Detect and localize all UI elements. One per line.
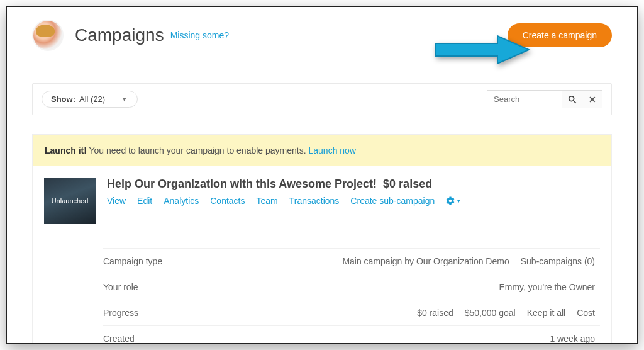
campaign-details: Campaign type Main campaign by Our Organ… (103, 248, 600, 344)
page-header: Campaigns Missing some? Create a campaig… (7, 7, 637, 64)
details-value: Sub-campaigns (0) (521, 256, 595, 266)
action-transactions[interactable]: Transactions (289, 196, 340, 206)
details-value: Emmy, you're the Owner (499, 282, 595, 292)
details-label: Your role (103, 282, 229, 292)
banner-lead: Launch it! (45, 145, 87, 155)
search-icon (568, 95, 577, 104)
details-label: Created (103, 334, 229, 344)
search-button[interactable] (562, 90, 582, 108)
chevron-down-icon: ▼ (456, 198, 461, 204)
chevron-down-icon: ▼ (121, 96, 127, 103)
show-label: Show: (51, 94, 75, 104)
details-row-created: Created 1 week ago (103, 325, 600, 344)
svg-point-1 (569, 96, 574, 101)
thumbnail-label: Unlaunched (52, 197, 89, 205)
campaign-title-text: Help Our Organization with this Awesome … (107, 178, 377, 190)
details-value: Cost (577, 308, 595, 318)
details-value: 1 week ago (550, 334, 595, 344)
launch-banner: Launch it! You need to launch your campa… (33, 135, 611, 166)
details-value: Keep it all (527, 308, 565, 318)
filter-bar: Show: All (22) ▼ ✕ (32, 83, 612, 115)
close-icon: ✕ (589, 94, 596, 104)
campaign-title: Help Our Organization with this Awesome … (107, 178, 600, 191)
search-input[interactable] (487, 90, 562, 108)
campaign-summary: Unlaunched Help Our Organization with th… (33, 166, 611, 233)
clear-search-button[interactable]: ✕ (582, 90, 602, 108)
campaign-settings-dropdown[interactable]: ▼ (446, 196, 461, 205)
launch-now-link[interactable]: Launch now (308, 145, 356, 155)
campaign-raised: $0 raised (383, 178, 432, 190)
details-row-role: Your role Emmy, you're the Owner (103, 274, 600, 300)
campaign-thumbnail[interactable]: Unlaunched (44, 178, 96, 224)
avatar[interactable] (32, 20, 64, 51)
details-row-progress: Progress $0 raised $50,000 goal Keep it … (103, 300, 600, 325)
campaign-actions: View Edit Analytics Contacts Team Transa… (107, 196, 600, 206)
action-create-subcampaign[interactable]: Create sub-campaign (350, 196, 435, 206)
details-value: $50,000 goal (465, 308, 516, 318)
show-value: All (22) (79, 94, 105, 104)
action-view[interactable]: View (107, 196, 126, 206)
action-team[interactable]: Team (257, 196, 278, 206)
details-value: $0 raised (417, 308, 453, 318)
search-group: ✕ (487, 90, 602, 108)
details-row-type: Campaign type Main campaign by Our Organ… (103, 248, 600, 274)
create-campaign-button[interactable]: Create a campaign (508, 23, 612, 47)
page-title: Campaigns (75, 25, 164, 45)
show-filter-dropdown[interactable]: Show: All (22) ▼ (42, 91, 138, 108)
gear-icon (446, 196, 455, 205)
details-value: Main campaign by Our Organization Demo (342, 256, 509, 266)
action-edit[interactable]: Edit (137, 196, 152, 206)
missing-some-link[interactable]: Missing some? (170, 30, 229, 40)
banner-text: You need to launch your campaign to enab… (89, 145, 306, 155)
action-contacts[interactable]: Contacts (210, 196, 245, 206)
details-label: Campaign type (103, 256, 229, 266)
action-analytics[interactable]: Analytics (164, 196, 199, 206)
details-label: Progress (103, 308, 229, 318)
svg-line-2 (573, 100, 575, 103)
campaign-card: Launch it! You need to launch your campa… (32, 134, 612, 344)
